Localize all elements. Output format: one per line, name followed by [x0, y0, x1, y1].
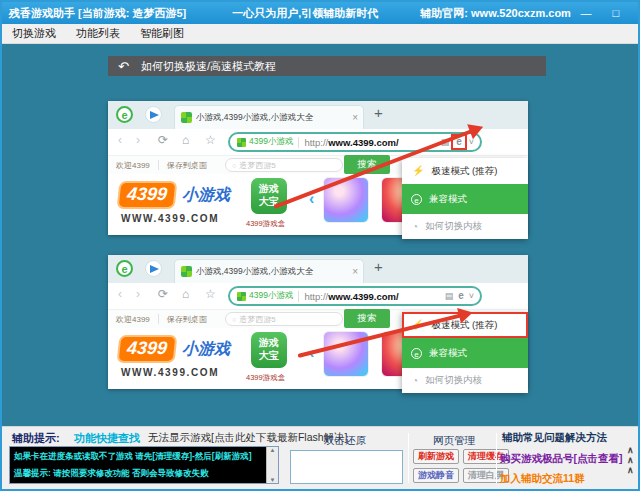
scroll-chevrons[interactable]: ∧ ∧ ∧ — [627, 445, 634, 475]
mode-dropdown-menu: ⚡ 极速模式 (推荐) e 兼容模式 ◔ 如何切换内核 — [402, 158, 528, 239]
menu-item-switch-kernel: ◔ 如何切换内核 — [402, 214, 528, 239]
tip-console: 如果卡在进度条或读取不了游戏 请先[清理缓存]-然后[刷新游戏] 温馨提示: 请… — [9, 446, 279, 484]
console-scrollbar[interactable]: ▲ ▼ — [266, 447, 278, 483]
site-badge-icon — [237, 138, 246, 147]
mute-game-button[interactable]: 游戏静音 — [413, 468, 459, 483]
reading-mode-icon: ▤ — [445, 292, 454, 301]
url-host: www.4399.com/ — [328, 137, 398, 148]
menu-item-compat-mode: e 兼容模式 — [402, 184, 528, 214]
search-input: ○ 造梦西游5 — [225, 312, 343, 326]
browser-tab-strip: e 小游戏,4399小游戏,小游戏大全 × + — [108, 101, 528, 129]
scroll-up-icon[interactable]: ▲ — [270, 447, 276, 453]
nav-back-icon: ‹ — [118, 288, 122, 300]
game-box-line2: 大宝 — [259, 350, 279, 361]
app-window: 残香游戏助手 [当前游戏: 造梦西游5] 一心只为用户,引领辅助新时代 辅助官网… — [0, 0, 640, 491]
flash-fix-link[interactable]: 无法显示游戏[点击此处下载最新Flash解决] — [148, 431, 348, 445]
join-group-link[interactable]: 加入辅助交流11群 — [500, 472, 585, 486]
chevron-up-icon[interactable]: ∧ — [627, 455, 634, 465]
logo-4399-text: 小游戏 — [182, 339, 230, 360]
tab-title: 小游戏,4399小游戏,小游戏大全 — [196, 112, 347, 124]
star-icon: ☆ — [205, 134, 216, 146]
close-icon[interactable]: ✕ — [631, 2, 640, 24]
address-divider — [298, 137, 299, 148]
menu-item-compat-mode: e 兼容模式 — [402, 338, 528, 368]
game-box-caption: 4399游戏盒 — [246, 373, 285, 383]
logo-4399: 4399 小游戏 — [118, 181, 230, 209]
bookmark-welcome: 欢迎4399 — [116, 314, 150, 325]
menu-item-smart-farm[interactable]: 智能刷图 — [130, 26, 194, 41]
compat-e-icon: e — [411, 194, 422, 205]
bolt-icon: ⚡ — [412, 166, 424, 176]
web-manage-label: 网页管理 — [433, 434, 475, 448]
search-icon: ○ — [232, 316, 236, 323]
nav-forward-icon: › — [136, 134, 140, 146]
tab-close-icon: × — [352, 266, 358, 277]
browser-tab: 小游戏,4399小游戏,小游戏大全 × — [174, 259, 364, 283]
official-site-text: 辅助官网: www.520cxzm.com — [420, 6, 571, 21]
url-scheme: http:// — [304, 137, 328, 148]
nav-back-icon: ‹ — [118, 134, 122, 146]
bookmark-divider — [158, 314, 159, 324]
menu-item-switch-game[interactable]: 切换游戏 — [2, 26, 66, 41]
nav-forward-icon: › — [136, 288, 140, 300]
switch-kernel-label: 如何切换内核 — [425, 374, 482, 387]
footer-panel: 辅助提示: 功能快捷查找 无法显示游戏[点击此处下载最新Flash解决] 如果卡… — [2, 426, 638, 489]
star-icon: ☆ — [205, 288, 216, 300]
bookmark-divider — [158, 160, 159, 170]
ie-mode-icon: e — [458, 291, 464, 301]
refresh-game-button[interactable]: 刷新游戏 — [413, 449, 459, 464]
help-circle-icon: ◔ — [412, 376, 418, 386]
site-badge-label: 4399小游戏 — [249, 136, 293, 148]
chevron-up-icon[interactable]: ∧ — [627, 445, 634, 455]
tab-title: 小游戏,4399小游戏,小游戏大全 — [196, 266, 347, 278]
browser-tab-strip: e 小游戏,4399小游戏,小游戏大全 × + — [108, 255, 528, 283]
tab-favicon-icon — [181, 112, 192, 123]
compat-mode-label: 兼容模式 — [429, 347, 467, 360]
browser-screenshot-step1: e 小游戏,4399小游戏,小游戏大全 × + ‹ › ⟳ ⌂ ☆ 4399小游… — [108, 101, 528, 235]
tutorial-header: ↶ 如何切换极速/高速模式教程 — [108, 56, 546, 76]
browser-logo-icon: e — [116, 106, 133, 123]
switch-kernel-label: 如何切换内核 — [425, 220, 482, 233]
logo-site-url: WWW.4399.COM — [121, 367, 219, 378]
search-text: 造梦西游5 — [239, 314, 275, 325]
menu-item-function-list[interactable]: 功能列表 — [66, 26, 130, 41]
help-circle-icon: ◔ — [412, 222, 418, 232]
minimize-icon[interactable]: — — [571, 2, 601, 24]
paper-plane-icon — [145, 106, 162, 123]
logo-site-url: WWW.4399.COM — [121, 213, 219, 224]
faq-title: 辅助常见问题解决方法 — [502, 431, 607, 445]
browser-logo-icon: e — [116, 260, 133, 277]
search-input: ○ 造梦西游5 — [225, 158, 343, 172]
address-bar-icons: ▤ e ˅ — [443, 290, 476, 302]
address-divider — [298, 291, 299, 302]
menu-item-speed-mode: ⚡ 极速模式 (推荐) — [402, 158, 528, 184]
search-text: 造梦西游5 — [239, 160, 275, 171]
new-tab-icon: + — [374, 104, 383, 121]
game-box-line1: 游戏 — [259, 183, 279, 194]
tab-favicon-icon — [181, 266, 192, 277]
tab-close-icon: × — [352, 112, 358, 123]
restore-label: 双击还原 — [324, 434, 366, 448]
home-icon: ⌂ — [182, 134, 189, 146]
title-bar: 残香游戏助手 [当前游戏: 造梦西游5] 一心只为用户,引领辅助新时代 辅助官网… — [2, 2, 638, 24]
scroll-down-icon[interactable]: ▼ — [270, 477, 276, 483]
bookmark-save-desktop: 保存到桌面 — [167, 160, 207, 171]
quick-find-link[interactable]: 功能快捷查找 — [74, 431, 140, 446]
back-icon[interactable]: ↶ — [118, 60, 129, 73]
maximize-icon[interactable]: □ — [601, 2, 631, 24]
chevron-up-icon[interactable]: ∧ — [627, 465, 634, 475]
reload-icon: ⟳ — [158, 288, 168, 300]
site-badge-label: 4399小游戏 — [249, 290, 293, 302]
window-title: 残香游戏助手 [当前游戏: 造梦西游5] — [9, 6, 186, 21]
compat-e-icon: e — [411, 348, 422, 359]
chevron-down-icon: ˅ — [469, 292, 474, 301]
logo-4399-number: 4399 — [117, 335, 178, 363]
restore-listbox[interactable] — [290, 450, 403, 484]
buy-account-link[interactable]: 购买游戏极品号[点击查看] — [500, 452, 623, 466]
address-bar: 4399小游戏 http:// www.4399.com/ ▤ e ˅ — [228, 286, 482, 306]
tutorial-area: ↶ 如何切换极速/高速模式教程 1.点击地址栏此处按钮 2.选择极速模式 e 小… — [2, 44, 638, 426]
bookmark-save-desktop: 保存到桌面 — [167, 314, 207, 325]
game-box-line1: 游戏 — [259, 337, 279, 348]
paper-plane-icon — [145, 260, 162, 277]
speed-mode-label: 极速模式 (推荐) — [431, 165, 497, 178]
